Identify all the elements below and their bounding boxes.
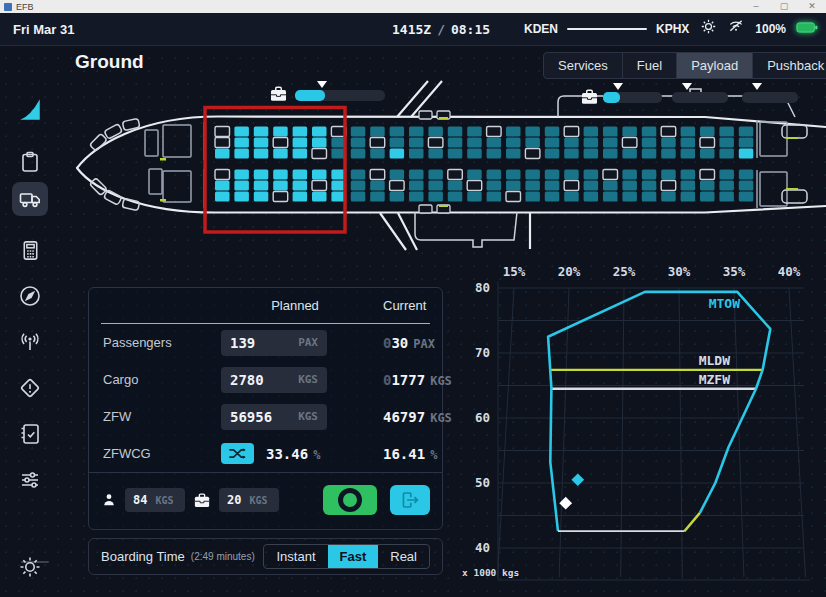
seat[interactable] <box>525 138 540 148</box>
seat[interactable] <box>487 127 502 137</box>
seat[interactable] <box>234 192 249 202</box>
seat[interactable] <box>448 170 463 180</box>
seat[interactable] <box>254 181 268 191</box>
seat[interactable] <box>273 192 288 202</box>
seat[interactable] <box>506 149 521 159</box>
seat[interactable] <box>622 181 637 191</box>
seat[interactable] <box>525 192 540 202</box>
seat[interactable] <box>428 149 443 159</box>
seat[interactable] <box>370 138 385 148</box>
seat[interactable] <box>584 127 599 137</box>
seat[interactable] <box>467 149 482 159</box>
tab-payload[interactable]: Payload <box>677 53 753 78</box>
seat[interactable] <box>661 170 676 180</box>
seat[interactable] <box>564 127 579 137</box>
seat[interactable] <box>545 149 560 159</box>
boarding-option-real[interactable]: Real <box>378 545 429 568</box>
seat[interactable] <box>506 170 521 180</box>
seat[interactable] <box>370 170 385 180</box>
seat[interactable] <box>215 181 230 191</box>
seat[interactable] <box>273 170 288 180</box>
seat[interactable] <box>370 181 385 191</box>
seat[interactable] <box>428 192 443 202</box>
tab-pushback[interactable]: Pushback <box>753 53 826 78</box>
seat[interactable] <box>351 181 366 191</box>
seat[interactable] <box>234 181 249 191</box>
seat[interactable] <box>545 181 560 191</box>
settings-gear-icon[interactable] <box>700 18 717 39</box>
seat[interactable] <box>700 138 715 148</box>
seat[interactable] <box>312 149 327 159</box>
seat[interactable] <box>525 149 540 159</box>
seat[interactable] <box>564 192 579 202</box>
seat[interactable] <box>234 170 249 180</box>
seat[interactable] <box>390 181 405 191</box>
seat[interactable] <box>312 170 327 180</box>
seat[interactable] <box>545 127 560 137</box>
seat[interactable] <box>467 138 482 148</box>
seat[interactable] <box>681 138 696 148</box>
seat[interactable] <box>719 149 734 159</box>
sidebar-item-calculator[interactable] <box>12 233 48 267</box>
seat[interactable] <box>681 149 696 159</box>
seat[interactable] <box>506 192 521 202</box>
boarding-option-instant[interactable]: Instant <box>264 545 327 568</box>
seat[interactable] <box>622 192 637 202</box>
seat[interactable] <box>409 138 424 148</box>
seat[interactable] <box>273 127 288 137</box>
seat[interactable] <box>506 181 521 191</box>
seat[interactable] <box>739 192 754 202</box>
seat[interactable] <box>215 192 230 202</box>
seat[interactable] <box>428 170 443 180</box>
seat[interactable] <box>293 192 308 202</box>
seat[interactable] <box>351 127 366 137</box>
seat[interactable] <box>234 138 249 148</box>
seat[interactable] <box>642 127 657 137</box>
sidebar-item-navigation[interactable] <box>12 279 48 313</box>
seat[interactable] <box>409 181 424 191</box>
tab-services[interactable]: Services <box>544 53 623 78</box>
seat[interactable] <box>584 192 599 202</box>
seat[interactable] <box>293 149 308 159</box>
seat[interactable] <box>661 127 676 137</box>
seat[interactable] <box>642 170 657 180</box>
seat[interactable] <box>700 192 715 202</box>
seat[interactable] <box>215 138 230 148</box>
seat[interactable] <box>603 138 618 148</box>
seat[interactable] <box>506 138 521 148</box>
seat[interactable] <box>467 170 482 180</box>
cg-shuffle-button[interactable] <box>221 443 254 464</box>
deboard-button[interactable] <box>390 485 430 515</box>
seat[interactable] <box>215 127 230 137</box>
seat[interactable] <box>448 192 463 202</box>
seat[interactable] <box>273 149 288 159</box>
seat[interactable] <box>254 127 268 137</box>
cargo-planned-input[interactable]: 2780KGS <box>221 367 327 393</box>
seat[interactable] <box>370 149 385 159</box>
seat[interactable] <box>467 127 482 137</box>
start-boarding-button[interactable] <box>323 485 377 515</box>
seat[interactable] <box>409 149 424 159</box>
seat[interactable] <box>603 127 618 137</box>
seat[interactable] <box>642 192 657 202</box>
seat[interactable] <box>719 127 734 137</box>
seat[interactable] <box>525 181 540 191</box>
zfw-planned-input[interactable]: 56956KGS <box>221 404 327 430</box>
seat[interactable] <box>370 127 385 137</box>
sidebar-item-checklist[interactable] <box>12 417 48 451</box>
seat[interactable] <box>409 127 424 137</box>
seat[interactable] <box>700 149 715 159</box>
seat[interactable] <box>487 138 502 148</box>
sidebar-item-settings[interactable] <box>12 550 48 584</box>
seat[interactable] <box>273 138 288 148</box>
seat[interactable] <box>681 192 696 202</box>
seat[interactable] <box>351 170 366 180</box>
seat[interactable] <box>506 127 521 137</box>
seat[interactable] <box>312 127 327 137</box>
seat[interactable] <box>584 138 599 148</box>
seat[interactable] <box>739 181 754 191</box>
seat[interactable] <box>545 170 560 180</box>
seat[interactable] <box>254 192 268 202</box>
seat[interactable] <box>545 138 560 148</box>
seat[interactable] <box>700 170 715 180</box>
